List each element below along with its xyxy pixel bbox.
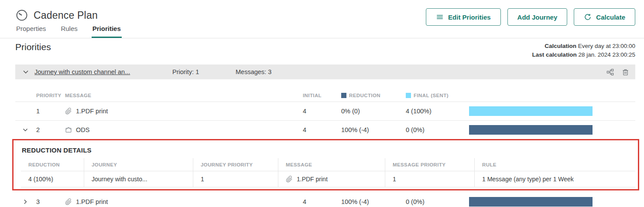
final-sent-bar <box>469 106 593 116</box>
section-title: Priorities <box>15 42 51 52</box>
col-rd-journey: JOURNEY <box>84 158 193 171</box>
journey-map-icon[interactable] <box>606 68 614 76</box>
col-rd-reduction: REDUCTION <box>21 158 84 171</box>
paperclip-icon <box>65 108 72 115</box>
row-initial: 4 <box>303 108 341 115</box>
row-initial: 4 <box>303 126 341 133</box>
table-row: 1 1.PDF print 4 0% (0) 4 (100%) <box>15 102 635 121</box>
rd-rule: 1 Message (any type) per 1 Week <box>475 171 635 187</box>
col-rd-rule: RULE <box>475 158 635 171</box>
rd-journey-priority: 1 <box>193 171 278 187</box>
paperclip-icon <box>65 198 72 205</box>
add-journey-button[interactable]: Add Journey <box>507 8 568 26</box>
col-rd-message: MESSAGE <box>278 158 385 171</box>
priorities-table: PRIORITY MESSAGE INITIAL REDUCTION FINAL… <box>15 89 635 207</box>
rd-message-priority: 1 <box>385 171 475 187</box>
page-title: Cadence Plan <box>34 10 98 21</box>
row-priority: 3 <box>36 198 65 205</box>
edit-priorities-button[interactable]: Edit Priorities <box>426 8 501 26</box>
gauge-icon <box>15 9 28 22</box>
calculation-schedule: Calculation Every day at 23:00:00 <box>532 42 635 51</box>
journey-messages-label: Messages: 3 <box>236 68 606 75</box>
row-initial: 4 <box>303 198 341 205</box>
row-message: ODS <box>76 126 89 133</box>
reduction-details-title: REDUCTION DETAILS <box>21 144 635 158</box>
row-reduction: 0% (0) <box>341 108 406 115</box>
list-lines-icon <box>436 13 444 21</box>
row-priority: 2 <box>36 126 65 133</box>
chevron-down-icon[interactable] <box>21 126 29 134</box>
tab-properties[interactable]: Properties <box>15 25 47 38</box>
rd-message: 1.PDF print <box>297 176 328 183</box>
row-final: 0 (0%) <box>406 126 469 133</box>
chevron-right-icon[interactable] <box>21 198 29 206</box>
refresh-icon <box>584 13 592 21</box>
row-priority: 1 <box>36 108 65 115</box>
add-journey-label: Add Journey <box>517 14 558 21</box>
journey-name-link[interactable]: Journey with custom channel an... <box>34 68 172 75</box>
tab-priorities[interactable]: Priorities <box>92 25 122 38</box>
tab-bar: Properties Rules Priorities <box>15 25 122 38</box>
reduction-details-row: 4 (100%) Journey with custo... 1 1.PDF p… <box>21 171 635 187</box>
final-legend-swatch <box>406 93 411 98</box>
priorities-table-header: PRIORITY MESSAGE INITIAL REDUCTION FINAL… <box>15 89 635 102</box>
row-message: 1.PDF print <box>76 108 108 115</box>
calculation-info: Calculation Every day at 23:00:00 Last c… <box>532 42 635 59</box>
table-row: 3 1.PDF print 4 100% (-4) 0 (0%) <box>15 192 635 207</box>
reduction-details-header: REDUCTION JOURNEY JOURNEY PRIORITY MESSA… <box>21 158 635 171</box>
col-rd-message-priority: MESSAGE PRIORITY <box>385 158 475 171</box>
col-reduction: REDUCTION <box>341 93 406 98</box>
envelope-icon <box>65 126 72 133</box>
col-priority: PRIORITY <box>36 93 65 98</box>
journey-priority-label: Priority: 1 <box>172 68 236 75</box>
calculate-button[interactable]: Calculate <box>574 8 635 26</box>
journey-header-bar: Journey with custom channel an... Priori… <box>15 64 635 79</box>
row-reduction: 100% (-4) <box>341 198 406 205</box>
chevron-down-icon[interactable] <box>21 68 30 76</box>
row-message: 1.PDF print <box>76 198 108 205</box>
row-reduction: 100% (-4) <box>341 126 406 133</box>
reduction-bar <box>469 125 593 135</box>
col-final: FINAL (SENT) <box>406 93 469 98</box>
table-row: 2 ODS 4 100% (-4) 0 (0%) <box>15 121 635 139</box>
delete-icon[interactable] <box>622 68 629 76</box>
paperclip-icon <box>286 176 293 183</box>
reduction-details-section: REDUCTION DETAILS REDUCTION JOURNEY JOUR… <box>15 139 635 191</box>
app-header: Cadence Plan Properties Rules Priorities… <box>0 0 644 38</box>
rd-reduction: 4 (100%) <box>21 171 84 187</box>
col-rd-journey-priority: JOURNEY PRIORITY <box>193 158 278 171</box>
col-initial: INITIAL <box>303 93 341 98</box>
edit-priorities-label: Edit Priorities <box>448 14 491 21</box>
row-final: 0 (0%) <box>406 198 469 205</box>
reduction-legend-swatch <box>341 93 346 98</box>
rd-journey: Journey with custo... <box>84 171 193 187</box>
col-message: MESSAGE <box>65 93 303 98</box>
reduction-bar <box>469 197 593 207</box>
last-calculation: Last calculation 28 jan. 2024 23:00:25 <box>532 51 635 59</box>
row-final: 4 (100%) <box>406 108 469 115</box>
calculate-label: Calculate <box>596 14 625 21</box>
tab-rules[interactable]: Rules <box>60 25 78 38</box>
